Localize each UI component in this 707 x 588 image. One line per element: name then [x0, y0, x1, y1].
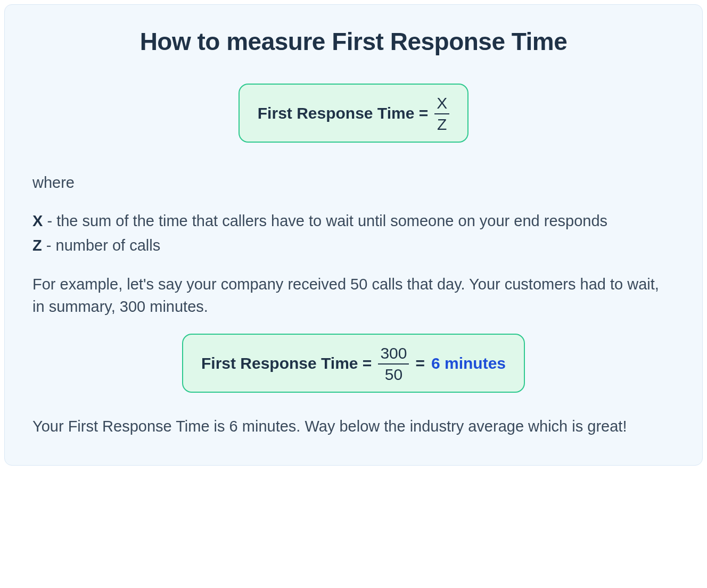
definition-z-symbol: Z: [32, 237, 42, 254]
example-formula-box: First Response Time = 300 50 = 6 minutes: [182, 334, 525, 393]
formula-label: First Response Time =: [258, 104, 428, 122]
formula-denominator: Z: [435, 116, 449, 133]
formula-container: First Response Time = X Z: [32, 84, 675, 143]
example-equals: =: [415, 354, 425, 372]
example-result: 6 minutes: [431, 354, 506, 372]
definition-x: X - the sum of the time that callers hav…: [32, 210, 675, 233]
example-text: For example, let's say your company rece…: [32, 273, 675, 318]
definition-x-symbol: X: [32, 212, 43, 229]
info-card: How to measure First Response Time First…: [4, 4, 703, 466]
example-container: First Response Time = 300 50 = 6 minutes: [32, 334, 675, 393]
where-label: where: [32, 171, 675, 194]
fraction-bar: [378, 363, 409, 365]
example-formula-label: First Response Time =: [201, 354, 372, 372]
conclusion-text: Your First Response Time is 6 minutes. W…: [32, 415, 675, 437]
definition-x-sep: -: [43, 212, 56, 229]
formula-fraction: X Z: [434, 95, 449, 132]
formula-numerator: X: [434, 95, 449, 112]
example-fraction: 300 50: [378, 345, 409, 383]
example-denominator: 50: [383, 366, 405, 383]
definition-x-text: the sum of the time that callers have to…: [56, 212, 607, 229]
example-numerator: 300: [378, 345, 409, 362]
fraction-bar: [434, 113, 449, 114]
page-title: How to measure First Response Time: [32, 27, 675, 56]
formula-box: First Response Time = X Z: [239, 84, 468, 143]
definition-z-sep: -: [42, 237, 56, 254]
definition-z: Z - number of calls: [32, 234, 675, 258]
definition-z-text: number of calls: [56, 237, 161, 254]
definitions-block: X - the sum of the time that callers hav…: [32, 210, 675, 257]
